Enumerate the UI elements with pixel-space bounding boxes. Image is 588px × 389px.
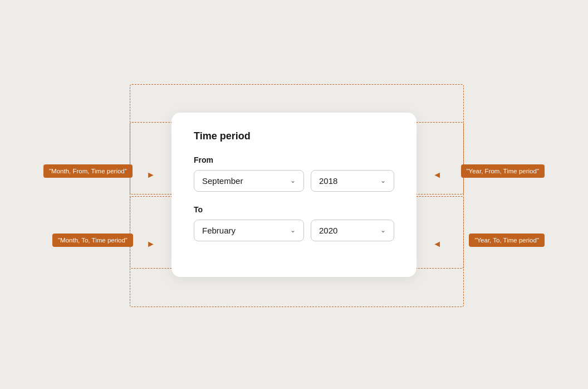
to-month-chevron-icon: ⌄ xyxy=(290,226,296,234)
to-month-value: February xyxy=(202,226,236,235)
from-label: From xyxy=(194,155,394,164)
from-month-chevron-icon: ⌄ xyxy=(290,177,296,184)
annotation-year-to: "Year, To, Time period" xyxy=(469,234,545,247)
from-month-value: September xyxy=(202,176,243,186)
to-year-chevron-icon: ⌄ xyxy=(380,226,386,234)
time-period-card: Time period From September ⌄ 2018 ⌄ To F… xyxy=(171,113,416,277)
to-year-dropdown[interactable]: 2020 ⌄ xyxy=(311,220,394,241)
arrow-month-to-right: ► xyxy=(146,239,155,249)
to-month-dropdown[interactable]: February ⌄ xyxy=(194,220,304,241)
from-year-dropdown[interactable]: 2018 ⌄ xyxy=(311,170,394,192)
arrow-year-from-left: ◄ xyxy=(433,170,442,180)
from-month-dropdown[interactable]: September ⌄ xyxy=(194,170,304,192)
arrow-month-from-right: ► xyxy=(146,170,155,180)
from-dropdown-row: September ⌄ 2018 ⌄ xyxy=(194,170,394,192)
arrow-year-to-left: ◄ xyxy=(433,239,442,249)
annotation-year-from: "Year, From, Time period" xyxy=(461,164,545,178)
from-year-chevron-icon: ⌄ xyxy=(380,177,386,184)
to-dropdown-row: February ⌄ 2020 ⌄ xyxy=(194,220,394,241)
annotation-month-to: "Month, To, Time period" xyxy=(52,234,133,247)
from-section: From September ⌄ 2018 ⌄ xyxy=(194,155,394,192)
to-label: To xyxy=(194,205,394,214)
to-year-value: 2020 xyxy=(319,226,337,235)
scene: Time period From September ⌄ 2018 ⌄ To F… xyxy=(43,61,545,328)
annotation-month-from: "Month, From, Time period" xyxy=(43,164,133,178)
to-section: To February ⌄ 2020 ⌄ xyxy=(194,205,394,241)
card-title: Time period xyxy=(194,130,394,142)
from-year-value: 2018 xyxy=(319,176,337,186)
